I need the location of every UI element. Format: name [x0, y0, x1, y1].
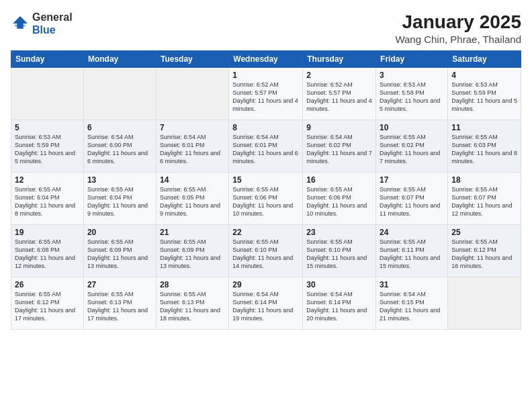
calendar-cell: 4 Sunrise: 6:53 AMSunset: 5:59 PMDayligh…: [448, 67, 521, 120]
week-row-4: 26 Sunrise: 6:55 AMSunset: 6:12 PMDaylig…: [11, 277, 521, 329]
cell-info: Sunrise: 6:55 AMSunset: 6:10 PMDaylight:…: [232, 238, 293, 269]
day-number: 4: [451, 71, 517, 80]
day-number: 19: [15, 228, 80, 237]
day-number: 7: [160, 123, 225, 132]
day-number: 24: [380, 228, 444, 237]
calendar-cell: 6 Sunrise: 6:54 AMSunset: 6:00 PMDayligh…: [83, 120, 156, 172]
day-number: 18: [451, 175, 517, 185]
logo: General Blue: [11, 11, 73, 36]
week-row-1: 5 Sunrise: 6:53 AMSunset: 5:59 PMDayligh…: [11, 120, 521, 172]
calendar-cell: 21 Sunrise: 6:55 AMSunset: 6:09 PMDaylig…: [156, 224, 228, 277]
calendar-cell: 31 Sunrise: 6:54 AMSunset: 6:15 PMDaylig…: [376, 277, 448, 329]
cell-info: Sunrise: 6:53 AMSunset: 5:59 PMDaylight:…: [451, 81, 517, 112]
logo-icon: [11, 14, 30, 33]
calendar-cell: 27 Sunrise: 6:55 AMSunset: 6:13 PMDaylig…: [83, 277, 156, 329]
calendar-cell: 12 Sunrise: 6:55 AMSunset: 6:04 PMDaylig…: [11, 172, 84, 224]
cell-info: Sunrise: 6:55 AMSunset: 6:13 PMDaylight:…: [160, 291, 220, 322]
cell-info: Sunrise: 6:55 AMSunset: 6:09 PMDaylight:…: [160, 238, 220, 269]
cell-info: Sunrise: 6:55 AMSunset: 6:08 PMDaylight:…: [15, 238, 75, 269]
calendar-cell: 16 Sunrise: 6:55 AMSunset: 6:06 PMDaylig…: [303, 172, 376, 224]
day-number: 27: [87, 280, 152, 289]
svg-rect-1: [15, 25, 26, 27]
day-number: 29: [232, 280, 299, 289]
calendar-title: January 2025: [395, 11, 521, 34]
day-number: 30: [306, 280, 372, 289]
calendar-cell: 28 Sunrise: 6:55 AMSunset: 6:13 PMDaylig…: [156, 277, 228, 329]
day-number: 14: [160, 175, 225, 185]
logo-general-label: General: [32, 11, 73, 23]
day-number: 8: [232, 123, 299, 132]
day-number: 23: [306, 228, 372, 237]
calendar-cell: 7 Sunrise: 6:54 AMSunset: 6:01 PMDayligh…: [156, 120, 228, 172]
week-row-3: 19 Sunrise: 6:55 AMSunset: 6:08 PMDaylig…: [11, 224, 521, 277]
cell-info: Sunrise: 6:55 AMSunset: 6:07 PMDaylight:…: [380, 186, 440, 217]
cell-info: Sunrise: 6:54 AMSunset: 6:14 PMDaylight:…: [306, 291, 367, 322]
cell-info: Sunrise: 6:53 AMSunset: 5:58 PMDaylight:…: [380, 81, 440, 112]
cell-info: Sunrise: 6:55 AMSunset: 6:12 PMDaylight:…: [15, 291, 75, 322]
calendar-cell: 25 Sunrise: 6:55 AMSunset: 6:12 PMDaylig…: [448, 224, 521, 277]
cell-info: Sunrise: 6:53 AMSunset: 5:59 PMDaylight:…: [15, 134, 75, 165]
day-number: 2: [306, 71, 372, 80]
cell-info: Sunrise: 6:55 AMSunset: 6:06 PMDaylight:…: [306, 186, 367, 217]
day-number: 21: [160, 228, 225, 237]
day-number: 25: [451, 228, 517, 237]
week-row-0: 1 Sunrise: 6:52 AMSunset: 5:57 PMDayligh…: [11, 67, 521, 120]
cell-info: Sunrise: 6:55 AMSunset: 6:05 PMDaylight:…: [160, 186, 220, 217]
cell-info: Sunrise: 6:55 AMSunset: 6:04 PMDaylight:…: [15, 186, 75, 217]
calendar-subtitle: Wang Chin, Phrae, Thailand: [395, 34, 521, 45]
day-number: 31: [380, 280, 444, 289]
calendar-cell: 9 Sunrise: 6:54 AMSunset: 6:02 PMDayligh…: [303, 120, 376, 172]
cell-info: Sunrise: 6:55 AMSunset: 6:09 PMDaylight:…: [87, 238, 148, 269]
calendar-cell: 18 Sunrise: 6:55 AMSunset: 6:07 PMDaylig…: [448, 172, 521, 224]
calendar-cell: 23 Sunrise: 6:55 AMSunset: 6:10 PMDaylig…: [303, 224, 376, 277]
header-row: Sunday Monday Tuesday Wednesday Thursday…: [11, 50, 521, 67]
day-number: 1: [232, 71, 299, 80]
cell-info: Sunrise: 6:54 AMSunset: 6:01 PMDaylight:…: [232, 134, 298, 165]
day-number: 11: [451, 123, 517, 132]
header-friday: Friday: [376, 50, 448, 67]
logo-text: General Blue: [32, 11, 73, 36]
header-tuesday: Tuesday: [156, 50, 228, 67]
cell-info: Sunrise: 6:55 AMSunset: 6:02 PMDaylight:…: [380, 134, 440, 165]
cell-info: Sunrise: 6:55 AMSunset: 6:12 PMDaylight:…: [451, 238, 512, 269]
header-saturday: Saturday: [448, 50, 521, 67]
day-number: 26: [15, 280, 80, 289]
day-number: 5: [15, 123, 80, 132]
header-thursday: Thursday: [303, 50, 376, 67]
calendar-cell: 20 Sunrise: 6:55 AMSunset: 6:09 PMDaylig…: [83, 224, 156, 277]
cell-info: Sunrise: 6:54 AMSunset: 6:15 PMDaylight:…: [380, 291, 440, 322]
calendar-cell: 22 Sunrise: 6:55 AMSunset: 6:10 PMDaylig…: [229, 224, 303, 277]
calendar-body: 1 Sunrise: 6:52 AMSunset: 5:57 PMDayligh…: [11, 67, 521, 329]
header-wednesday: Wednesday: [229, 50, 303, 67]
calendar-cell: [83, 67, 156, 120]
day-number: 9: [306, 123, 372, 132]
calendar-header: Sunday Monday Tuesday Wednesday Thursday…: [11, 50, 521, 67]
calendar-cell: 5 Sunrise: 6:53 AMSunset: 5:59 PMDayligh…: [11, 120, 84, 172]
day-number: 10: [380, 123, 444, 132]
calendar-cell: 13 Sunrise: 6:55 AMSunset: 6:04 PMDaylig…: [83, 172, 156, 224]
day-number: 22: [232, 228, 299, 237]
title-block: January 2025 Wang Chin, Phrae, Thailand: [395, 11, 521, 45]
calendar-cell: 1 Sunrise: 6:52 AMSunset: 5:57 PMDayligh…: [229, 67, 303, 120]
cell-info: Sunrise: 6:54 AMSunset: 6:00 PMDaylight:…: [87, 134, 148, 165]
cell-info: Sunrise: 6:55 AMSunset: 6:11 PMDaylight:…: [380, 238, 440, 269]
cell-info: Sunrise: 6:54 AMSunset: 6:14 PMDaylight:…: [232, 291, 293, 322]
cell-info: Sunrise: 6:55 AMSunset: 6:07 PMDaylight:…: [451, 186, 512, 217]
cell-info: Sunrise: 6:54 AMSunset: 6:02 PMDaylight:…: [306, 134, 372, 165]
header-sunday: Sunday: [11, 50, 84, 67]
calendar-cell: 29 Sunrise: 6:54 AMSunset: 6:14 PMDaylig…: [229, 277, 303, 329]
day-number: 28: [160, 280, 225, 289]
day-number: 15: [232, 175, 299, 185]
cell-info: Sunrise: 6:55 AMSunset: 6:04 PMDaylight:…: [87, 186, 148, 217]
calendar-cell: 24 Sunrise: 6:55 AMSunset: 6:11 PMDaylig…: [376, 224, 448, 277]
calendar-table: Sunday Monday Tuesday Wednesday Thursday…: [11, 50, 521, 330]
header: General Blue January 2025 Wang Chin, Phr…: [11, 11, 521, 45]
cell-info: Sunrise: 6:55 AMSunset: 6:13 PMDaylight:…: [87, 291, 148, 322]
calendar-cell: 14 Sunrise: 6:55 AMSunset: 6:05 PMDaylig…: [156, 172, 228, 224]
day-number: 3: [380, 71, 444, 80]
page: General Blue January 2025 Wang Chin, Phr…: [0, 0, 532, 411]
calendar-cell: 19 Sunrise: 6:55 AMSunset: 6:08 PMDaylig…: [11, 224, 84, 277]
cell-info: Sunrise: 6:52 AMSunset: 5:57 PMDaylight:…: [306, 81, 372, 112]
calendar-cell: 17 Sunrise: 6:55 AMSunset: 6:07 PMDaylig…: [376, 172, 448, 224]
day-number: 13: [87, 175, 152, 185]
